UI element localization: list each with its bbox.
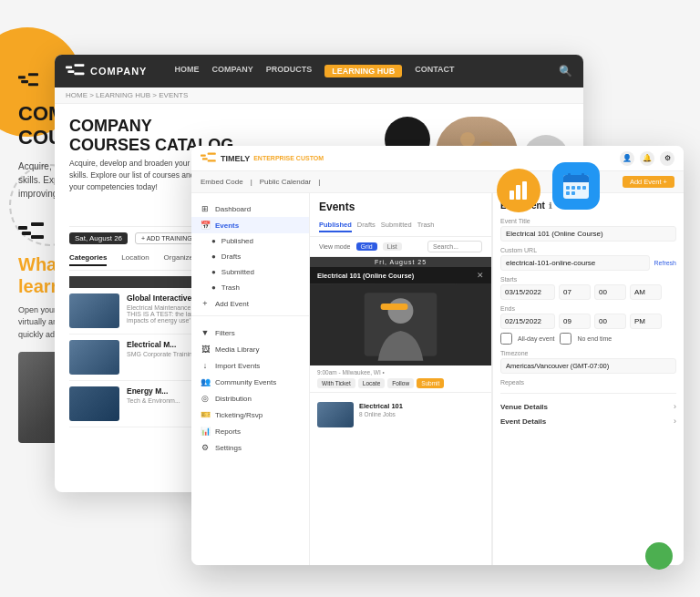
svg-rect-31: [571, 191, 575, 195]
svg-rect-27: [571, 186, 575, 190]
with-ticket-button[interactable]: With Ticket: [317, 378, 355, 388]
svg-rect-14: [67, 70, 74, 73]
sidebar-item-settings[interactable]: ⚙ Settings: [191, 439, 309, 456]
nav-links: HOME COMPANY PRODUCTS LEARNING HUB CONTA…: [174, 65, 454, 77]
nav-products[interactable]: PRODUCTS: [266, 65, 313, 77]
refresh-link[interactable]: Refresh: [654, 260, 676, 266]
sidebar-item-ticketing[interactable]: 🎫 Ticketing/Rsvp: [191, 407, 309, 423]
nav-company[interactable]: COMPANY: [211, 65, 252, 77]
event-details-chevron-icon: ›: [674, 417, 676, 426]
starts-date-input[interactable]: 03/15/2022: [500, 284, 555, 300]
sidebar-item-community[interactable]: 👥 Community Events: [191, 374, 309, 390]
event-title-label: Event Title: [500, 218, 676, 224]
events-tabs: Published Drafts Submitted Trash: [319, 219, 482, 232]
list-item-meta: 8 Online Jobs: [359, 411, 484, 417]
view-list-button[interactable]: List: [383, 242, 402, 251]
ends-date-input[interactable]: 02/15/2022: [500, 314, 555, 329]
locate-button[interactable]: Locate: [358, 378, 386, 388]
starts-min-input[interactable]: 00: [594, 284, 626, 300]
sidebar-item-submitted[interactable]: ● Submitted: [191, 264, 309, 280]
sidebar-item-published[interactable]: ● Published: [191, 233, 309, 249]
tab-categories[interactable]: Categories: [69, 253, 107, 266]
svg-rect-25: [582, 173, 584, 179]
view-grid-button[interactable]: Grid: [356, 242, 377, 251]
tab-location[interactable]: Location: [121, 253, 149, 266]
allday-checkbox[interactable]: [500, 333, 512, 345]
custom-url-row: electrical-101-online-course Refresh: [500, 255, 676, 271]
nav-learning-hub[interactable]: LEARNING HUB: [324, 65, 402, 77]
event-title-input[interactable]: Electrical 101 (Online Course): [500, 226, 676, 242]
public-calendar-label[interactable]: Public Calendar: [260, 178, 311, 186]
custom-url-input[interactable]: electrical-101-online-course: [500, 255, 650, 271]
ev-tab-drafts[interactable]: Drafts: [357, 219, 376, 232]
sidebar-item-events[interactable]: 📅 Events: [191, 217, 309, 233]
nav-home[interactable]: HOME: [174, 65, 199, 77]
sidebar-item-drafts[interactable]: ● Drafts: [191, 249, 309, 264]
add-event-button[interactable]: Add Event +: [623, 176, 674, 188]
timezone-select[interactable]: Americas/Vancouver (GMT-07:00): [500, 358, 676, 374]
nav-contact[interactable]: CONTACT: [415, 65, 454, 77]
ev-tab-trash[interactable]: Trash: [417, 219, 435, 232]
timely-text: TIMELY: [221, 154, 250, 163]
svg-rect-34: [202, 158, 208, 160]
sidebar-item-media[interactable]: 🖼 Media Library: [191, 341, 309, 357]
published-dot: ●: [211, 237, 216, 245]
sidebar-label-published: Published: [221, 237, 253, 245]
community-icon: 👥: [201, 377, 210, 386]
sidebar-label-events: Events: [215, 221, 239, 230]
event-thumb-2: [69, 340, 119, 375]
ends-min-input[interactable]: 00: [594, 314, 626, 329]
trash-dot: ●: [211, 283, 216, 292]
bell-icon[interactable]: 🔔: [640, 151, 654, 166]
sidebar-label-community: Community Events: [215, 378, 276, 386]
svg-rect-13: [74, 64, 84, 67]
sidebar-label-drafts: Drafts: [221, 252, 241, 261]
sidebar-item-filters[interactable]: ▼ Filters: [191, 324, 309, 341]
front-sidebar: ⊞ Dashboard 📅 Events ● Published ● Draft…: [191, 193, 310, 565]
view-mode-bar: View mode Grid List: [310, 237, 491, 257]
ev-tab-submitted[interactable]: Submitted: [381, 219, 412, 232]
svg-rect-29: [582, 186, 586, 190]
logo-icon: [18, 73, 38, 87]
starts-ampm-input[interactable]: AM: [630, 284, 662, 300]
event-details-section[interactable]: Event Details ›: [500, 414, 676, 428]
event-action-buttons: With Ticket Locate Follow Submit: [317, 378, 484, 388]
sidebar-item-trash[interactable]: ● Trash: [191, 280, 309, 295]
sidebar-item-reports[interactable]: 📊 Reports: [191, 423, 309, 439]
edit-event-panel: Edit Event ℹ Event Title Electrical 101 …: [492, 193, 684, 565]
embed-code-label[interactable]: Embed Code: [201, 178, 243, 186]
sidebar-item-distribution[interactable]: ◎ Distribution: [191, 390, 309, 407]
sidebar-item-dashboard[interactable]: ⊞ Dashboard: [191, 201, 309, 217]
submitted-dot: ●: [211, 268, 216, 276]
settings-topbar-icon[interactable]: ⚙: [660, 151, 674, 166]
list-item[interactable]: Electrical 101 8 Online Jobs: [310, 398, 491, 431]
date-badge: Sat, August 26: [69, 232, 128, 244]
venue-details-section[interactable]: Venue Details ›: [500, 399, 676, 414]
sidebar-label-media: Media Library: [215, 345, 259, 354]
distribution-icon: ◎: [201, 394, 210, 403]
list-item-title: Electrical 101: [359, 402, 484, 411]
event-thumb-electrical: [69, 293, 119, 328]
svg-rect-39: [381, 304, 408, 310]
submit-button[interactable]: Submit: [417, 378, 444, 388]
ends-ampm-input[interactable]: PM: [630, 314, 662, 329]
add-training-button[interactable]: + ADD TRAINING: [135, 232, 199, 244]
user-icon[interactable]: 👤: [620, 151, 634, 166]
ev-tab-published[interactable]: Published: [319, 219, 352, 232]
svg-rect-0: [18, 76, 26, 78]
sidebar-label-settings: Settings: [215, 444, 242, 452]
starts-hour-input[interactable]: 07: [559, 284, 591, 300]
sidebar-item-import[interactable]: ↓ Import Events: [191, 357, 309, 374]
electrical-worker-svg: [310, 283, 491, 365]
follow-button[interactable]: Follow: [387, 378, 414, 388]
sidebar-item-add-event[interactable]: + Add Event: [191, 295, 309, 312]
sidebar-label-submitted: Submitted: [221, 268, 254, 276]
ends-hour-input[interactable]: 09: [559, 314, 591, 329]
event-detail-image: [310, 283, 491, 365]
svg-rect-3: [28, 83, 38, 86]
noendtime-checkbox[interactable]: [560, 333, 571, 345]
nav-search-icon[interactable]: 🔍: [559, 65, 572, 77]
close-event-icon[interactable]: ✕: [477, 271, 484, 280]
svg-rect-18: [510, 190, 514, 200]
search-input[interactable]: [427, 241, 482, 252]
